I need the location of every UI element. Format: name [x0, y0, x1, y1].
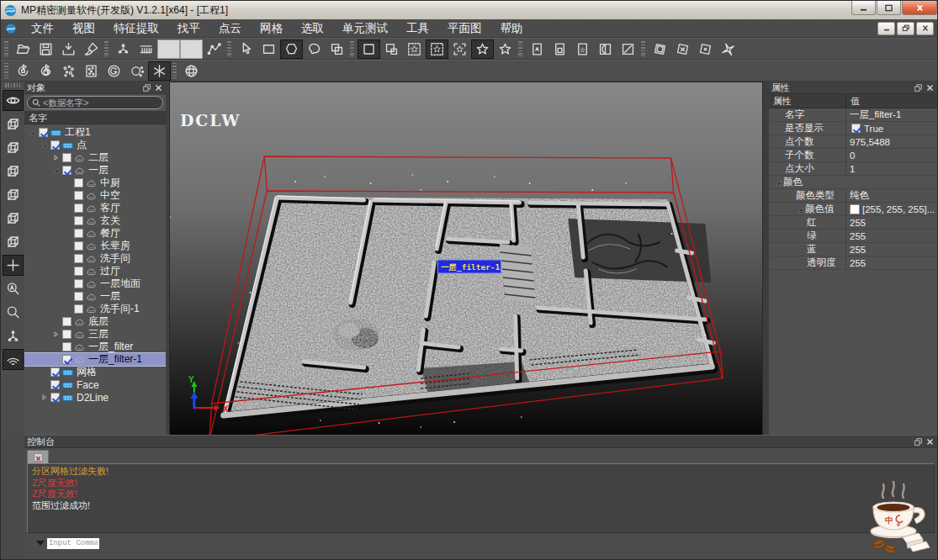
toolbar-button-delete-points[interactable] [157, 40, 180, 59]
side-button-view-cube-2[interactable] [3, 137, 24, 158]
property-row-红[interactable]: 红255 [769, 216, 937, 230]
toolbar-button-square-fill[interactable] [358, 40, 380, 59]
toolbar-handle[interactable] [4, 41, 8, 56]
side-button-view-cube-3[interactable] [3, 161, 24, 182]
tree-checkbox[interactable] [74, 203, 83, 213]
tree-checkbox[interactable] [50, 393, 60, 402]
tree-checkbox[interactable] [50, 367, 60, 377]
menu-item-3[interactable]: 找平 [168, 19, 209, 37]
toolbar-button-star-dashed[interactable] [426, 40, 448, 59]
mdi-restore-button[interactable] [897, 22, 914, 35]
toolbar-button-snowflake[interactable] [148, 61, 171, 81]
menu-item-2[interactable]: 特征提取 [104, 19, 168, 37]
tree-checkbox[interactable] [74, 304, 83, 314]
tree-expander-open-icon[interactable] [28, 128, 37, 137]
toolbar-button-select-lasso[interactable] [303, 40, 326, 59]
tree-item-一层_filter-1[interactable]: 一层_filter-1 [24, 353, 166, 366]
tree-expander-open-icon[interactable] [51, 166, 61, 175]
menu-item-4[interactable]: 点云 [209, 19, 251, 37]
toolbar-button-brush[interactable] [80, 40, 103, 59]
toolbar-handle[interactable] [4, 63, 8, 78]
toolbar-button-select-cursor[interactable] [235, 40, 257, 59]
tree-item-网格[interactable]: 网格 [24, 366, 166, 378]
tree-item-洗手间-1[interactable]: 洗手间-1 [24, 303, 166, 315]
side-button-view-cube-5[interactable] [3, 208, 24, 229]
tree-checkbox[interactable] [74, 216, 83, 225]
property-row-点个数[interactable]: 点个数975,5488 [769, 135, 937, 149]
search-input[interactable] [43, 98, 158, 108]
tree-checkbox[interactable] [74, 178, 83, 188]
viewport[interactable]: DCLW 一层_filter-1 X Y [169, 82, 763, 436]
tree-item-点[interactable]: 点 [24, 139, 166, 151]
toolbar-button-page-fill[interactable] [548, 40, 571, 59]
toolbar-button-plane-tool[interactable] [717, 40, 739, 59]
tree-item-一层[interactable]: 一层 [24, 164, 166, 177]
toolbar-button-star-fill[interactable] [494, 40, 517, 59]
tree-item-长辈房[interactable]: 长辈房 [24, 240, 166, 252]
console-float-button[interactable] [914, 437, 923, 446]
tree-checkbox[interactable] [74, 229, 83, 238]
menu-item-1[interactable]: 视图 [63, 19, 104, 37]
toolbar-button-measure[interactable] [135, 40, 157, 59]
toolbar-button-cube-rotate-1[interactable] [649, 40, 671, 59]
side-button-plus-red[interactable] [3, 255, 24, 276]
tree-checkbox[interactable] [74, 279, 83, 288]
tree-item-中空[interactable]: 中空 [24, 189, 166, 202]
toolbar-button-save[interactable] [34, 40, 57, 59]
properties-close-button[interactable] [925, 83, 935, 92]
menu-item-5[interactable]: 网格 [251, 19, 292, 37]
side-button-view-cube-6[interactable] [3, 231, 24, 252]
tree-expander-closed-icon[interactable] [51, 330, 61, 339]
tree-item-三层[interactable]: 三层 [24, 328, 166, 341]
menu-item-9[interactable]: 平面图 [438, 19, 491, 37]
toolbar-button-sphere[interactable] [180, 61, 203, 81]
toolbar-handle[interactable] [172, 63, 177, 78]
tree-checkbox[interactable] [74, 241, 83, 251]
toolbar-button-square-subtract[interactable] [380, 40, 403, 59]
toolbar-handle[interactable] [104, 41, 109, 56]
tree-checkbox[interactable] [74, 191, 83, 200]
property-row-点大小[interactable]: 点大小1 [769, 162, 937, 176]
toolbar-button-cube-rotate-2[interactable] [671, 40, 694, 59]
tree-item-二层[interactable]: 二层 [24, 151, 166, 164]
side-button-zoom-area[interactable] [3, 278, 24, 299]
property-row-透明度[interactable]: 透明度255 [769, 256, 937, 270]
tree-item-一层地面[interactable]: 一层地面 [24, 277, 166, 290]
toolbar-button-import[interactable] [57, 40, 80, 59]
toolbar-handle[interactable] [641, 41, 645, 56]
selection-label[interactable]: 一层_filter-1 [437, 260, 501, 273]
tree-checkbox[interactable] [62, 153, 72, 162]
tree-checkbox[interactable] [62, 355, 72, 364]
tree-checkbox[interactable] [62, 317, 72, 326]
tree-item-中厨[interactable]: 中厨 [24, 177, 166, 189]
toolbar-button-square-half[interactable] [594, 40, 617, 59]
property-row-颜色类型[interactable]: 颜色类型纯色 [769, 189, 937, 203]
side-button-eye[interactable] [3, 90, 24, 111]
toolbar-button-axis3d[interactable] [112, 40, 135, 59]
maximize-button[interactable] [877, 1, 901, 15]
objects-close-button[interactable] [154, 83, 163, 92]
toolbar-button-polyline[interactable] [203, 40, 225, 59]
property-row-蓝[interactable]: 蓝255 [769, 243, 937, 256]
property-row-颜色值[interactable]: 颜色值[255, 255, 255]... [769, 203, 937, 216]
property-row-颜色[interactable]: 颜色 [769, 176, 937, 189]
menu-item-6[interactable]: 选取 [292, 19, 333, 37]
property-row-名字[interactable]: 名字一层_filter-1 [769, 108, 937, 122]
toolbar-button-page-extract[interactable] [526, 40, 548, 59]
menu-item-7[interactable]: 单元测试 [333, 19, 397, 37]
tree-item-餐厅[interactable]: 餐厅 [24, 227, 166, 240]
toolbar-button-select-polygon[interactable] [280, 40, 303, 59]
tree-checkbox[interactable] [50, 380, 60, 389]
toolbar-button-rotate-view[interactable] [12, 61, 34, 81]
toolbar-button-circle-dots[interactable] [125, 61, 148, 81]
tree-checkbox[interactable] [74, 292, 83, 301]
command-input[interactable] [47, 538, 99, 549]
toolbar-button-g-tool[interactable] [103, 61, 125, 81]
toolbar-button-star-fill[interactable] [471, 40, 494, 59]
property-row-绿[interactable]: 绿255 [769, 230, 937, 243]
tree-checkbox[interactable] [50, 140, 60, 150]
tree-checkbox[interactable] [74, 254, 83, 263]
tree-expander-closed-icon[interactable] [40, 393, 49, 402]
side-button-tripod[interactable] [3, 325, 24, 346]
toolbar-button-rotate-object[interactable] [34, 61, 57, 81]
